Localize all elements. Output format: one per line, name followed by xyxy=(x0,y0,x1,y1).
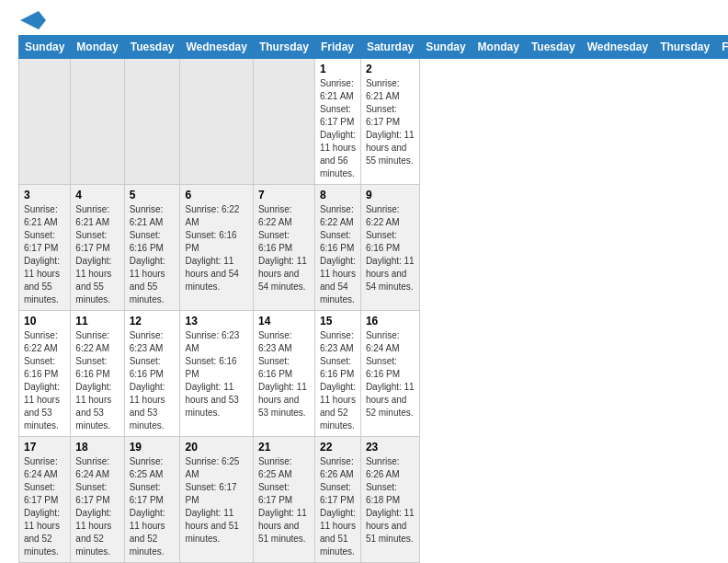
calendar-cell: 3Sunrise: 6:21 AM Sunset: 6:17 PM Daylig… xyxy=(19,185,71,311)
calendar-week-row: 1Sunrise: 6:21 AM Sunset: 6:17 PM Daylig… xyxy=(19,59,729,185)
day-number: 3 xyxy=(24,189,65,201)
day-number: 8 xyxy=(320,189,356,201)
calendar-cell: 8Sunrise: 6:22 AM Sunset: 6:16 PM Daylig… xyxy=(314,185,360,311)
page-header xyxy=(18,9,710,29)
calendar-cell: 6Sunrise: 6:22 AM Sunset: 6:16 PM Daylig… xyxy=(180,185,253,311)
calendar-cell: 7Sunrise: 6:22 AM Sunset: 6:16 PM Daylig… xyxy=(253,185,314,311)
day-info: Sunrise: 6:25 AM Sunset: 6:17 PM Dayligh… xyxy=(258,455,310,546)
day-number: 7 xyxy=(258,189,310,201)
day-number: 22 xyxy=(320,441,356,454)
day-info: Sunrise: 6:24 AM Sunset: 6:17 PM Dayligh… xyxy=(24,455,65,558)
day-info: Sunrise: 6:23 AM Sunset: 6:16 PM Dayligh… xyxy=(320,329,356,432)
header-wednesday: Wednesday xyxy=(180,36,253,59)
day-number: 20 xyxy=(185,441,247,454)
day-info: Sunrise: 6:24 AM Sunset: 6:16 PM Dayligh… xyxy=(366,329,415,419)
calendar-cell: 4Sunrise: 6:21 AM Sunset: 6:17 PM Daylig… xyxy=(71,185,124,311)
calendar-cell xyxy=(71,59,124,185)
weekday-header-monday: Monday xyxy=(472,36,525,59)
day-info: Sunrise: 6:23 AM Sunset: 6:16 PM Dayligh… xyxy=(185,329,247,419)
calendar-cell xyxy=(180,59,253,185)
calendar-cell: 11Sunrise: 6:22 AM Sunset: 6:16 PM Dayli… xyxy=(71,311,124,437)
day-number: 14 xyxy=(258,315,310,327)
day-info: Sunrise: 6:21 AM Sunset: 6:17 PM Dayligh… xyxy=(366,77,415,167)
calendar-cell: 18Sunrise: 6:24 AM Sunset: 6:17 PM Dayli… xyxy=(71,437,124,563)
day-number: 13 xyxy=(185,315,247,327)
weekday-header-thursday: Thursday xyxy=(654,36,716,59)
day-info: Sunrise: 6:25 AM Sunset: 6:17 PM Dayligh… xyxy=(130,455,176,558)
day-number: 18 xyxy=(75,441,119,454)
calendar-cell: 20Sunrise: 6:25 AM Sunset: 6:17 PM Dayli… xyxy=(180,437,253,563)
day-number: 4 xyxy=(75,189,119,201)
day-info: Sunrise: 6:22 AM Sunset: 6:16 PM Dayligh… xyxy=(366,203,415,293)
svg-marker-0 xyxy=(20,11,46,29)
day-info: Sunrise: 6:22 AM Sunset: 6:16 PM Dayligh… xyxy=(258,203,310,293)
calendar-cell: 5Sunrise: 6:21 AM Sunset: 6:16 PM Daylig… xyxy=(124,185,180,311)
header-monday: Monday xyxy=(71,36,124,59)
day-info: Sunrise: 6:23 AM Sunset: 6:16 PM Dayligh… xyxy=(130,329,176,432)
day-number: 5 xyxy=(130,189,176,201)
day-info: Sunrise: 6:22 AM Sunset: 6:16 PM Dayligh… xyxy=(320,203,356,306)
calendar-cell: 14Sunrise: 6:23 AM Sunset: 6:16 PM Dayli… xyxy=(253,311,314,437)
day-number: 12 xyxy=(130,315,176,327)
calendar-cell: 16Sunrise: 6:24 AM Sunset: 6:16 PM Dayli… xyxy=(360,311,419,437)
day-number: 21 xyxy=(258,441,310,454)
day-info: Sunrise: 6:22 AM Sunset: 6:16 PM Dayligh… xyxy=(24,329,65,432)
header-saturday: Saturday xyxy=(360,36,419,59)
calendar-cell xyxy=(253,59,314,185)
day-number: 16 xyxy=(366,315,415,327)
calendar-cell xyxy=(19,59,71,185)
calendar-week-row: 3Sunrise: 6:21 AM Sunset: 6:17 PM Daylig… xyxy=(19,185,729,311)
calendar-cell: 17Sunrise: 6:24 AM Sunset: 6:17 PM Dayli… xyxy=(19,437,71,563)
calendar-cell: 21Sunrise: 6:25 AM Sunset: 6:17 PM Dayli… xyxy=(253,437,314,563)
header-thursday: Thursday xyxy=(253,36,314,59)
calendar-week-row: 10Sunrise: 6:22 AM Sunset: 6:16 PM Dayli… xyxy=(19,311,729,437)
header-sunday: Sunday xyxy=(19,36,71,59)
day-number: 23 xyxy=(366,441,415,454)
calendar-week-row: 17Sunrise: 6:24 AM Sunset: 6:17 PM Dayli… xyxy=(19,437,729,563)
day-info: Sunrise: 6:25 AM Sunset: 6:17 PM Dayligh… xyxy=(185,455,247,546)
day-info: Sunrise: 6:21 AM Sunset: 6:16 PM Dayligh… xyxy=(130,203,176,306)
calendar-table: SundayMondayTuesdayWednesdayThursdayFrid… xyxy=(18,35,728,563)
calendar-cell: 15Sunrise: 6:23 AM Sunset: 6:16 PM Dayli… xyxy=(314,311,360,437)
day-info: Sunrise: 6:22 AM Sunset: 6:16 PM Dayligh… xyxy=(185,203,247,293)
calendar-header-row: SundayMondayTuesdayWednesdayThursdayFrid… xyxy=(19,36,729,59)
day-number: 19 xyxy=(130,441,176,454)
day-number: 9 xyxy=(366,189,415,201)
day-info: Sunrise: 6:21 AM Sunset: 6:17 PM Dayligh… xyxy=(320,77,356,180)
day-number: 1 xyxy=(320,63,356,75)
calendar-cell: 10Sunrise: 6:22 AM Sunset: 6:16 PM Dayli… xyxy=(19,311,71,437)
calendar-cell: 12Sunrise: 6:23 AM Sunset: 6:16 PM Dayli… xyxy=(124,311,180,437)
day-number: 11 xyxy=(75,315,119,327)
calendar-cell: 13Sunrise: 6:23 AM Sunset: 6:16 PM Dayli… xyxy=(180,311,253,437)
header-friday: Friday xyxy=(314,36,360,59)
day-info: Sunrise: 6:23 AM Sunset: 6:16 PM Dayligh… xyxy=(258,329,310,419)
day-info: Sunrise: 6:26 AM Sunset: 6:17 PM Dayligh… xyxy=(320,455,356,558)
day-info: Sunrise: 6:21 AM Sunset: 6:17 PM Dayligh… xyxy=(75,203,119,306)
calendar-cell: 19Sunrise: 6:25 AM Sunset: 6:17 PM Dayli… xyxy=(124,437,180,563)
weekday-header-tuesday: Tuesday xyxy=(525,36,581,59)
calendar-cell: 9Sunrise: 6:22 AM Sunset: 6:16 PM Daylig… xyxy=(360,185,419,311)
weekday-header-sunday: Sunday xyxy=(420,36,472,59)
calendar-cell xyxy=(124,59,180,185)
day-number: 17 xyxy=(24,441,65,454)
logo xyxy=(18,17,46,29)
weekday-header-friday: Friday xyxy=(716,36,728,59)
calendar-cell: 23Sunrise: 6:26 AM Sunset: 6:18 PM Dayli… xyxy=(360,437,419,563)
calendar-cell: 2Sunrise: 6:21 AM Sunset: 6:17 PM Daylig… xyxy=(360,59,419,185)
weekday-header-wednesday: Wednesday xyxy=(581,36,654,59)
header-tuesday: Tuesday xyxy=(124,36,180,59)
day-number: 2 xyxy=(366,63,415,75)
day-number: 6 xyxy=(185,189,247,201)
day-info: Sunrise: 6:22 AM Sunset: 6:16 PM Dayligh… xyxy=(75,329,119,432)
calendar-cell: 22Sunrise: 6:26 AM Sunset: 6:17 PM Dayli… xyxy=(314,437,360,563)
day-number: 15 xyxy=(320,315,356,327)
day-info: Sunrise: 6:21 AM Sunset: 6:17 PM Dayligh… xyxy=(24,203,65,306)
day-info: Sunrise: 6:26 AM Sunset: 6:18 PM Dayligh… xyxy=(366,455,415,546)
day-number: 10 xyxy=(24,315,65,327)
calendar-cell: 1Sunrise: 6:21 AM Sunset: 6:17 PM Daylig… xyxy=(314,59,360,185)
logo-arrow-icon xyxy=(20,11,46,29)
day-info: Sunrise: 6:24 AM Sunset: 6:17 PM Dayligh… xyxy=(75,455,119,558)
